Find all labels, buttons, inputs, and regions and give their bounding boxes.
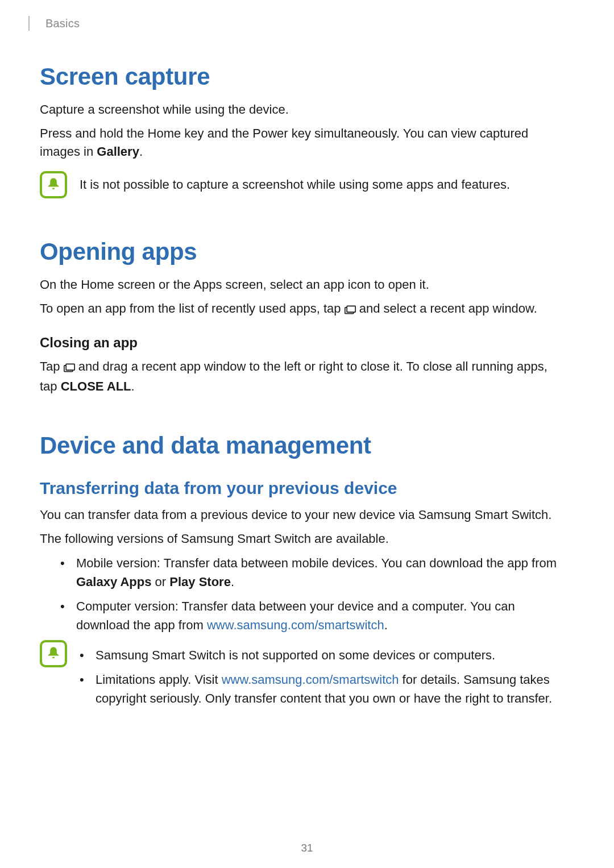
note-text: It is not possible to capture a screensh… bbox=[80, 171, 510, 194]
note-callout: Samsung Smart Switch is not supported on… bbox=[40, 640, 563, 713]
heading-screen-capture: Screen capture bbox=[40, 63, 563, 90]
svg-rect-3 bbox=[66, 364, 74, 371]
paragraph: The following versions of Samsung Smart … bbox=[40, 530, 563, 548]
list-item: Limitations apply. Visit www.samsung.com… bbox=[80, 670, 563, 708]
subheading-transferring: Transferring data from your previous dev… bbox=[40, 479, 563, 498]
paragraph: On the Home screen or the Apps screen, s… bbox=[40, 276, 563, 294]
text: Limitations apply. Visit bbox=[96, 672, 222, 687]
note-bell-icon bbox=[40, 640, 67, 667]
svg-rect-1 bbox=[347, 306, 355, 312]
link-smartswitch[interactable]: www.samsung.com/smartswitch bbox=[207, 618, 384, 632]
paragraph: Press and hold the Home key and the Powe… bbox=[40, 124, 563, 161]
paragraph: Tap and drag a recent app window to the … bbox=[40, 358, 563, 396]
text-bold: Galaxy Apps bbox=[76, 575, 151, 589]
recent-apps-icon bbox=[64, 359, 75, 377]
text: and select a recent app window. bbox=[356, 301, 537, 315]
paragraph: Capture a screenshot while using the dev… bbox=[40, 101, 563, 119]
text-bold: Gallery bbox=[97, 144, 139, 159]
text: Mobile version: Transfer data between mo… bbox=[76, 556, 557, 570]
note-callout: It is not possible to capture a screensh… bbox=[40, 171, 563, 198]
manual-page: Basics Screen capture Capture a screensh… bbox=[0, 0, 614, 868]
heading-device-data: Device and data management bbox=[40, 432, 563, 459]
text: . bbox=[384, 618, 388, 632]
text-bold: Play Store bbox=[169, 575, 231, 589]
list-item: Mobile version: Transfer data between mo… bbox=[60, 554, 563, 591]
page-number: 31 bbox=[0, 842, 614, 854]
list-item: Computer version: Transfer data between … bbox=[60, 597, 563, 634]
paragraph: You can transfer data from a previous de… bbox=[40, 506, 563, 524]
subheading-closing-app: Closing an app bbox=[40, 335, 563, 351]
header-rule bbox=[28, 16, 30, 31]
link-smartswitch[interactable]: www.samsung.com/smartswitch bbox=[222, 672, 399, 687]
note-bullet-list: Samsung Smart Switch is not supported on… bbox=[80, 646, 563, 708]
text: . bbox=[131, 379, 135, 393]
breadcrumb: Basics bbox=[45, 17, 563, 30]
list-item: Samsung Smart Switch is not supported on… bbox=[80, 646, 563, 665]
text: Tap bbox=[40, 359, 64, 373]
recent-apps-icon bbox=[345, 301, 356, 319]
text: . bbox=[139, 144, 143, 159]
text-bold: CLOSE ALL bbox=[61, 379, 131, 393]
note-bell-icon bbox=[40, 171, 67, 198]
heading-opening-apps: Opening apps bbox=[40, 238, 563, 265]
text: or bbox=[151, 575, 169, 589]
paragraph: To open an app from the list of recently… bbox=[40, 300, 563, 319]
bullet-list: Mobile version: Transfer data between mo… bbox=[60, 554, 563, 634]
text: . bbox=[231, 575, 234, 589]
text: To open an app from the list of recently… bbox=[40, 301, 345, 315]
